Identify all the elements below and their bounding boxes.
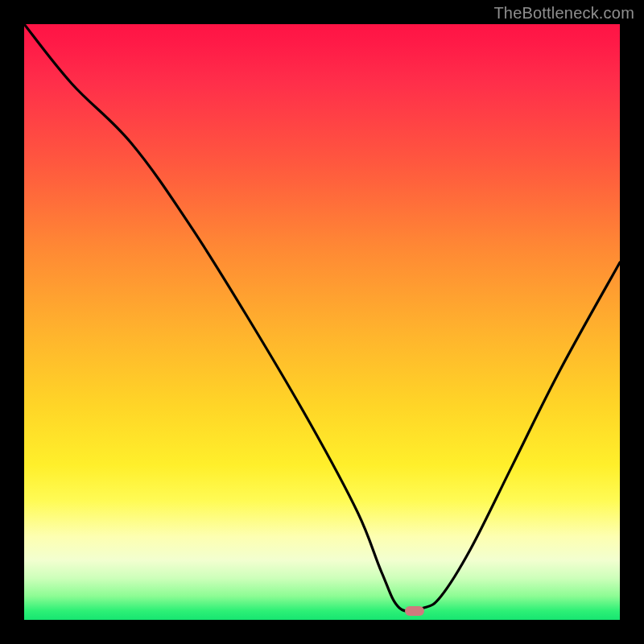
watermark-text: TheBottleneck.com [493, 4, 634, 23]
bottleneck-curve [24, 24, 620, 620]
optimum-marker [405, 606, 424, 616]
plot-area [24, 24, 620, 620]
chart-frame: TheBottleneck.com [0, 0, 644, 644]
